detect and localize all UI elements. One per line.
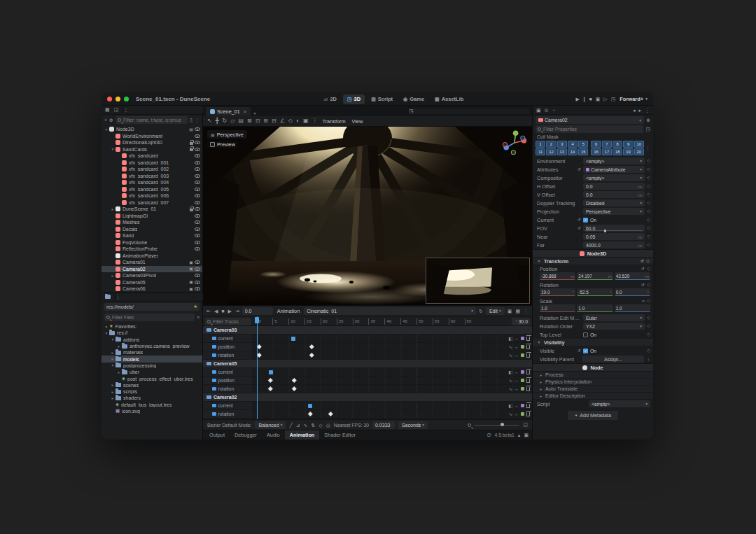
- key-icon[interactable]: ◇: [647, 184, 650, 189]
- track-row[interactable]: current◧↔: [203, 402, 532, 410]
- keyframe[interactable]: [258, 344, 262, 349]
- cull-layer-15[interactable]: 15: [578, 148, 588, 155]
- move-tool-icon[interactable]: ╋: [216, 118, 219, 124]
- cull-layer-17[interactable]: 17: [602, 148, 612, 155]
- track-group-row[interactable]: Camera05: [203, 360, 532, 368]
- expand-arrow-icon[interactable]: ▾: [104, 325, 109, 329]
- camera-preview-icon[interactable]: ▣: [189, 280, 193, 284]
- handle-linear-icon[interactable]: ⊿: [296, 423, 300, 428]
- cull-layer-14[interactable]: 14: [568, 148, 578, 155]
- cull-layer-19[interactable]: 19: [623, 148, 633, 155]
- property-field[interactable]: 0.0m: [583, 191, 645, 198]
- track-filter-input[interactable]: Filter Tracks: [205, 318, 251, 325]
- delete-track-icon[interactable]: [526, 387, 530, 391]
- panel-tab-animation[interactable]: Animation: [285, 430, 320, 440]
- play-from-start-icon[interactable]: ⇥: [235, 309, 239, 314]
- loop-wrap-icon[interactable]: ↔: [514, 345, 519, 349]
- visibility-toggle-icon[interactable]: [195, 127, 200, 131]
- cull-layer-1[interactable]: 1: [536, 141, 545, 148]
- fs-sort-icon[interactable]: ≡: [197, 315, 200, 320]
- scene-tree-row[interactable]: ▸DuneScene_01: [102, 206, 202, 213]
- loop-wrap-icon[interactable]: ↔: [514, 337, 519, 341]
- visibility-toggle-icon[interactable]: [195, 287, 200, 290]
- focus-keys-icon[interactable]: ◎: [326, 423, 330, 428]
- rotate-tool-icon[interactable]: ↻: [223, 118, 227, 124]
- visibility-toggle-icon[interactable]: [195, 220, 200, 224]
- scene-tree-row[interactable]: ▾SandCards: [102, 146, 202, 153]
- key-icon[interactable]: ◇: [647, 243, 650, 248]
- track-enabled-checkbox[interactable]: [212, 345, 216, 349]
- select-tool-icon[interactable]: ↖: [207, 118, 212, 124]
- category-node3d[interactable]: Node3D: [533, 249, 653, 258]
- category-node[interactable]: Node: [533, 363, 653, 372]
- slider-grabber[interactable]: [604, 230, 606, 232]
- lock-selected-icon[interactable]: ⊠: [247, 118, 252, 124]
- panel-tab-audio[interactable]: Audio: [262, 430, 285, 440]
- import-dock-tab-icon[interactable]: ◲: [114, 107, 119, 113]
- scene-tree-row[interactable]: ▸Camera03Pivot: [102, 272, 202, 279]
- track-timeline[interactable]: [253, 335, 532, 342]
- property-field[interactable]: <empty>▾: [583, 174, 645, 181]
- delete-track-icon[interactable]: [526, 404, 530, 408]
- unit-select[interactable]: Seconds ▾: [398, 421, 428, 429]
- visibility-toggle-icon[interactable]: [195, 188, 200, 191]
- track-timeline[interactable]: [253, 351, 532, 359]
- edit-menu-button[interactable]: Edit ▾: [486, 307, 505, 315]
- visibility-toggle-icon[interactable]: [195, 227, 200, 231]
- filesystem-row[interactable]: ▸models: [102, 356, 202, 362]
- view-menu[interactable]: View: [350, 118, 364, 125]
- workspace-tab-3d[interactable]: ◳3D: [343, 94, 365, 104]
- keyframe[interactable]: [309, 353, 314, 357]
- link-scale-icon[interactable]: ∞: [642, 299, 645, 303]
- expand-viewport-icon[interactable]: ◳: [408, 108, 529, 114]
- preview-checkbox[interactable]: Preview: [207, 141, 238, 148]
- keyframe[interactable]: [308, 404, 312, 408]
- visibility-section[interactable]: ▾ Visibility: [533, 339, 653, 346]
- track-group-row[interactable]: Camera03: [203, 326, 532, 335]
- loop-wrap-icon[interactable]: ↔: [514, 412, 519, 416]
- track-enabled-checkbox[interactable]: [212, 353, 216, 358]
- filesystem-row[interactable]: ◈default_bus_layout.tres: [102, 402, 202, 408]
- interpolation-icon[interactable]: ∿: [509, 387, 512, 391]
- zoom-window-button[interactable]: [124, 97, 129, 101]
- visibility-toggle-icon[interactable]: [195, 214, 200, 218]
- key-icon[interactable]: ◇: [647, 332, 650, 337]
- scene-tree-row[interactable]: Sand: [102, 232, 202, 239]
- expand-arrow-icon[interactable]: ▸: [110, 207, 115, 211]
- key-icon[interactable]: ◇: [647, 316, 650, 321]
- key-icon[interactable]: ◇: [647, 176, 650, 181]
- track-row[interactable]: position∿↔: [203, 343, 532, 351]
- property-field[interactable]: CameraAttribute▾: [583, 166, 645, 173]
- track-row[interactable]: position∿↔: [203, 377, 532, 385]
- snap-toggle-icon[interactable]: ◇: [288, 118, 293, 124]
- interpolation-icon[interactable]: ∿: [509, 353, 512, 358]
- keyframe[interactable]: [269, 370, 273, 374]
- scene-tree-row[interactable]: LightmapGI: [102, 213, 202, 220]
- camera-preview-icon[interactable]: ▣: [189, 267, 193, 271]
- play-scene-icon[interactable]: ▷: [603, 97, 607, 101]
- filesystem-row[interactable]: ▸anthonyec.camera_preview: [102, 343, 202, 349]
- loop-wrap-icon[interactable]: ↔: [514, 353, 519, 358]
- property-group-auto-translate[interactable]: ▸Auto Translate: [533, 386, 653, 393]
- track-enabled-checkbox[interactable]: [212, 387, 216, 391]
- pause-icon[interactable]: ∥: [583, 97, 586, 101]
- step-field[interactable]: 0.0333: [372, 421, 395, 429]
- track-group-row[interactable]: Camera02: [203, 393, 532, 402]
- update-mode-icon[interactable]: ◧: [508, 337, 512, 341]
- expand-arrow-icon[interactable]: ▾: [104, 331, 109, 335]
- track-enabled-checkbox[interactable]: [212, 379, 216, 383]
- filesystem-row[interactable]: ▾postprocessing: [102, 363, 202, 369]
- scene-tree-row[interactable]: vfx_sandcard_001: [102, 160, 202, 167]
- visibility-toggle-icon[interactable]: [195, 174, 200, 178]
- workspace-tab-assetlib[interactable]: ▦AssetLib: [430, 94, 468, 104]
- expand-arrow-icon[interactable]: ▸: [110, 396, 115, 400]
- visibility-toggle-icon[interactable]: [195, 234, 200, 237]
- ungroup-selected-icon[interactable]: ⊟: [272, 118, 276, 124]
- cull-layer-6[interactable]: 6: [591, 141, 601, 148]
- property-checkbox[interactable]: ✓On: [583, 218, 645, 223]
- update-mode-icon[interactable]: ◧: [508, 370, 512, 374]
- expand-arrow-icon[interactable]: ▸: [110, 351, 115, 355]
- filesystem-row[interactable]: ▦icon.svg: [102, 408, 202, 414]
- track-enabled-checkbox[interactable]: [212, 337, 216, 341]
- property-field[interactable]: Euler▾: [583, 314, 645, 321]
